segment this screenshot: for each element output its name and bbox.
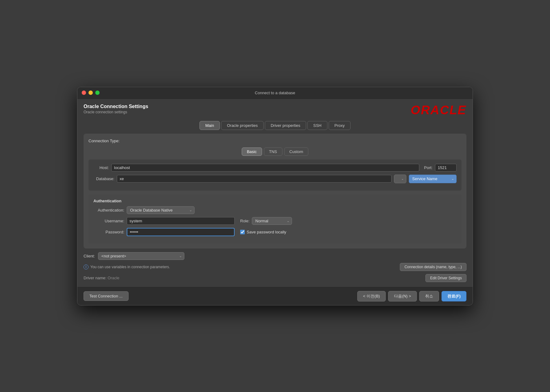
driver-row: Driver name: Oracle Edit Driver Settings: [84, 274, 466, 282]
finish-button[interactable]: 완료(F): [441, 291, 466, 301]
auth-select[interactable]: Oracle Database Native: [127, 206, 195, 214]
sub-tab-tns[interactable]: TNS: [264, 148, 282, 156]
database-dropdown-wrapper: ⌄: [394, 175, 406, 183]
username-label: Username:: [93, 219, 124, 223]
page-title: Oracle Connection Settings: [84, 104, 148, 109]
role-select-wrapper: Normal ⌄: [252, 217, 292, 225]
sub-tab-basic[interactable]: Basic: [242, 148, 262, 156]
tab-main[interactable]: Main: [199, 121, 220, 130]
username-role-row: Username: Role: Normal ⌄: [93, 217, 457, 225]
tab-proxy[interactable]: Proxy: [329, 121, 351, 130]
save-password-label: Save password locally: [247, 230, 286, 234]
sub-tabs: Basic TNS Custom: [88, 148, 462, 156]
main-tabs: Main Oracle properties Driver properties…: [84, 121, 466, 130]
tab-oracle-properties[interactable]: Oracle properties: [221, 121, 264, 130]
client-select-wrapper: <not present> ⌄: [98, 252, 184, 260]
client-select[interactable]: <not present>: [98, 252, 184, 260]
bottom-bar: Test Connection ... < 이전(B) 다음(N) > 취소 완…: [77, 287, 473, 305]
header-left: Oracle Connection Settings Oracle connec…: [84, 104, 148, 114]
bottom-left: Test Connection ...: [84, 291, 129, 301]
host-label: Host:: [93, 165, 109, 170]
role-select[interactable]: Normal: [252, 217, 292, 225]
edit-driver-settings-button[interactable]: Edit Driver Settings: [425, 274, 466, 282]
database-row: Database: ⌄ Service Name ⌄: [93, 175, 457, 183]
page-subtitle: Oracle connection settings: [84, 110, 148, 114]
minimize-button[interactable]: [88, 91, 93, 95]
tab-ssh[interactable]: SSH: [307, 121, 327, 130]
authentication-section: Authentication Authentication: Oracle Da…: [88, 194, 462, 244]
title-bar: Connect to a database: [77, 87, 473, 99]
info-text: You can use variables in connection para…: [90, 265, 170, 269]
info-left: i You can use variables in connection pa…: [84, 265, 170, 269]
host-input[interactable]: [111, 164, 419, 172]
connection-type-label: Connection Type:: [88, 139, 120, 143]
connection-details-button[interactable]: Connection details (name, type, ...): [400, 263, 466, 271]
oracle-logo: ORACLE: [411, 104, 466, 116]
client-row: Client: <not present> ⌄: [84, 252, 466, 260]
port-label: Port:: [422, 165, 433, 170]
driver-info: Driver name: Oracle: [84, 276, 119, 280]
service-name-select[interactable]: Service Name: [409, 175, 457, 183]
auth-method-row: Authentication: Oracle Database Native ⌄: [93, 206, 457, 214]
auth-section-title: Authentication: [93, 199, 457, 203]
basic-form-panel: Host: Port: Database: ⌄: [88, 160, 462, 191]
database-label: Database:: [93, 176, 114, 181]
port-input[interactable]: [435, 164, 457, 172]
info-row: i You can use variables in connection pa…: [84, 263, 466, 271]
main-window: Connect to a database Oracle Connection …: [77, 87, 473, 305]
password-row: Password: Save password locally: [93, 228, 457, 236]
maximize-button[interactable]: [95, 91, 100, 95]
auth-method-label: Authentication:: [93, 208, 124, 212]
password-label: Password:: [93, 230, 124, 234]
save-password-row: Save password locally: [240, 230, 286, 234]
password-input[interactable]: [127, 228, 235, 236]
header-row: Oracle Connection Settings Oracle connec…: [84, 104, 466, 116]
service-name-wrapper: Service Name ⌄: [409, 175, 457, 183]
sub-tab-custom[interactable]: Custom: [284, 148, 309, 156]
connection-type-row: Connection Type:: [88, 139, 462, 143]
client-label: Client:: [84, 254, 95, 258]
host-row: Host: Port:: [93, 164, 457, 172]
driver-name-value: Oracle: [108, 276, 119, 280]
database-dropdown[interactable]: [394, 175, 406, 183]
bottom-right: < 이전(B) 다음(N) > 취소 완료(F): [357, 291, 466, 301]
close-button[interactable]: [82, 91, 86, 95]
cancel-button[interactable]: 취소: [419, 291, 439, 301]
tab-driver-properties[interactable]: Driver properties: [265, 121, 306, 130]
traffic-lights: [82, 91, 100, 95]
window-title: Connect to a database: [255, 91, 295, 95]
test-connection-button[interactable]: Test Connection ...: [84, 291, 129, 301]
role-label: Role:: [240, 219, 249, 223]
database-input[interactable]: [117, 175, 392, 183]
username-input[interactable]: [127, 217, 235, 225]
next-button[interactable]: 다음(N) >: [388, 291, 417, 301]
save-password-checkbox[interactable]: [240, 230, 245, 234]
driver-name-label: Driver name:: [84, 276, 106, 280]
back-button[interactable]: < 이전(B): [357, 291, 386, 301]
info-icon: i: [84, 265, 88, 269]
main-panel: Connection Type: Basic TNS Custom Host: …: [84, 134, 466, 249]
content-area: Oracle Connection Settings Oracle connec…: [77, 99, 473, 282]
auth-select-wrapper: Oracle Database Native ⌄: [127, 206, 195, 214]
